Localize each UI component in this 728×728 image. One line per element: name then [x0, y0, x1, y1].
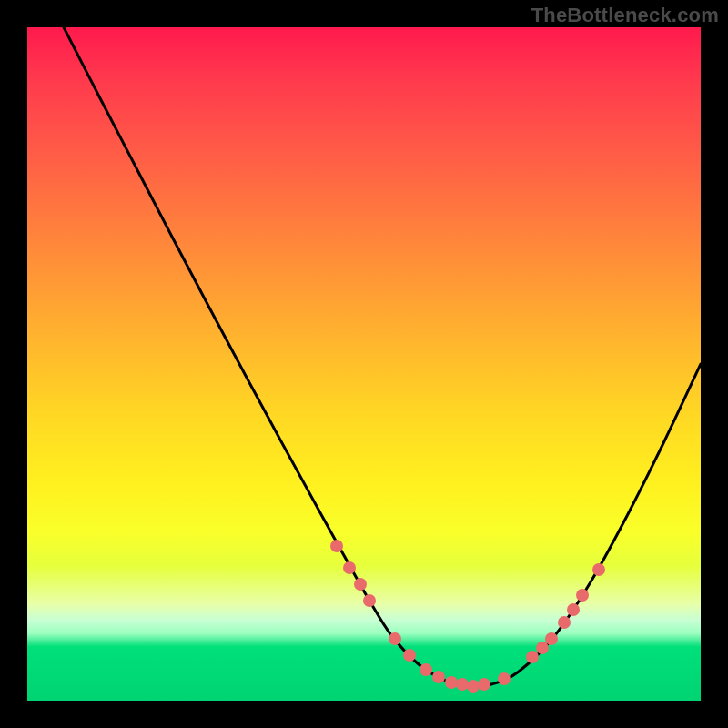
watermark-text: TheBottleneck.com	[531, 4, 719, 27]
curve-dot	[456, 678, 469, 691]
curve-dot	[536, 642, 549, 654]
curve-dot	[330, 540, 343, 552]
curve-dot	[420, 663, 432, 676]
curve-dot	[567, 603, 580, 616]
chart-svg	[27, 27, 701, 701]
curve-dot	[576, 589, 589, 602]
curve-dot	[526, 651, 539, 663]
curve-dot	[498, 672, 511, 685]
curve-dot	[389, 632, 401, 645]
curve-dots	[330, 540, 605, 693]
curve-dot	[363, 594, 376, 607]
curve-dot	[467, 680, 480, 693]
curve-dot	[545, 632, 558, 645]
curve-dot	[478, 678, 490, 691]
curve-dot	[445, 676, 458, 689]
bottleneck-curve	[64, 27, 701, 686]
curve-dot	[343, 561, 356, 574]
chart-stage: TheBottleneck.com	[0, 0, 728, 728]
curve-dot	[403, 649, 416, 662]
curve-dot	[432, 671, 445, 683]
curve-dot	[354, 578, 367, 591]
curve-dot	[592, 563, 605, 576]
curve-dot	[558, 616, 571, 629]
plot-area	[27, 27, 701, 701]
